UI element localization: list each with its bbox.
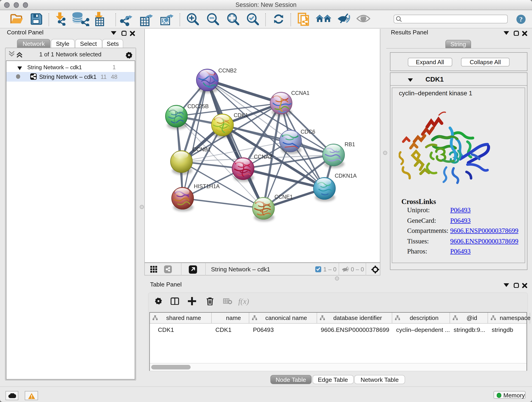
svg-text:CCNB2: CCNB2 [218, 67, 236, 73]
svg-text:RB1: RB1 [344, 141, 355, 147]
svg-text:CCNA2: CCNA2 [254, 153, 272, 160]
svg-text:HIST1H1A: HIST1H1A [194, 183, 220, 189]
svg-text:CDKN1A: CDKN1A [335, 172, 356, 179]
svg-text:CDK1: CDK1 [234, 112, 248, 118]
svg-text:CCNE1: CCNE1 [274, 194, 293, 200]
svg-text:CDC25B: CDC25B [187, 103, 209, 109]
svg-text:CDC6: CDC6 [300, 128, 315, 134]
svg-text:CCNA1: CCNA1 [291, 90, 309, 96]
svg-text:CCNB1: CCNB1 [192, 146, 210, 152]
